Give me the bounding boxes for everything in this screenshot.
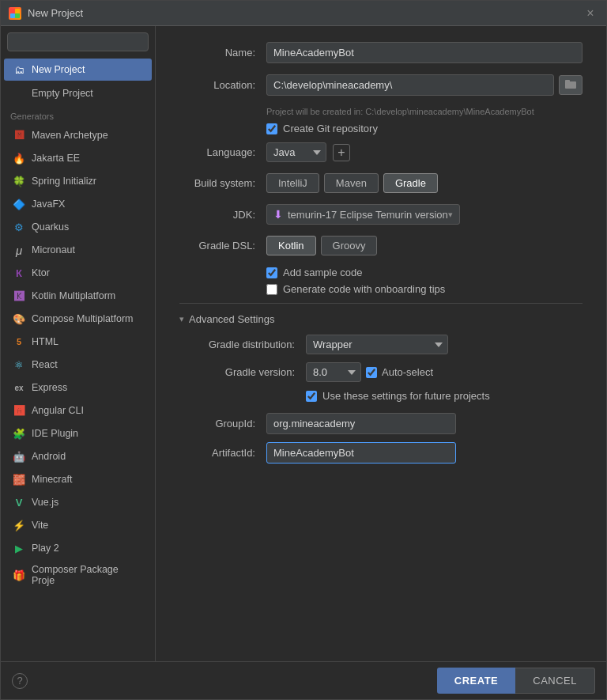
sidebar: 🗂 New Project Empty Project Generators 🅼… (1, 26, 156, 661)
bottom-bar: ? CREATE CANCEL (1, 661, 606, 699)
sidebar-item-express-label: Express (32, 382, 67, 393)
gradle-version-label: Gradle version: (179, 366, 306, 378)
gradle-version-row: Gradle version: 8.0 Auto-select (179, 362, 582, 382)
sidebar-item-ide-plugin[interactable]: 🧩 IDE Plugin (4, 422, 152, 445)
sidebar-item-maven-archetype[interactable]: 🅼 Maven Archetype (4, 124, 152, 146)
build-intellij-button[interactable]: IntelliJ (266, 173, 319, 193)
sidebar-item-javafx-label: JavaFX (32, 199, 65, 210)
sidebar-item-vuejs[interactable]: V Vue.js (4, 491, 152, 513)
location-input[interactable] (266, 74, 554, 96)
quarkus-icon: ⚙ (12, 220, 26, 234)
help-button[interactable]: ? (12, 673, 28, 689)
svg-rect-4 (565, 81, 576, 89)
add-language-button[interactable]: + (333, 144, 350, 161)
use-settings-row: Use these settings for future projects (306, 390, 582, 402)
svg-rect-0 (10, 9, 15, 13)
sidebar-item-compose-multiplatform[interactable]: 🎨 Compose Multiplatform (4, 308, 152, 330)
gradle-version-group: 8.0 Auto-select (306, 362, 433, 382)
gradle-version-select[interactable]: 8.0 (306, 362, 361, 382)
sidebar-item-new-project[interactable]: 🗂 New Project (4, 59, 152, 81)
app-icon (9, 7, 21, 20)
use-settings-checkbox[interactable] (306, 391, 317, 402)
svg-rect-3 (15, 13, 20, 18)
jdk-icon: ⬇ (273, 208, 283, 221)
gradle-dist-select[interactable]: Wrapper Local installation (306, 335, 448, 354)
create-git-repo-checkbox[interactable] (266, 123, 277, 134)
create-button[interactable]: CREATE (437, 668, 515, 694)
artifact-id-label: ArtifactId: (179, 447, 266, 459)
advanced-section: Gradle distribution: Wrapper Local insta… (179, 335, 582, 402)
language-label: Language: (179, 146, 266, 158)
sidebar-item-minecraft-label: Minecraft (32, 474, 72, 485)
build-gradle-button[interactable]: Gradle (383, 173, 438, 193)
plus-icon: + (337, 146, 345, 160)
sidebar-item-micronaut[interactable]: μ Micronaut (4, 239, 152, 261)
add-sample-code-row[interactable]: Add sample code (266, 267, 582, 278)
browse-folder-button[interactable] (559, 75, 582, 95)
group-id-label: GroupId: (179, 418, 266, 429)
sidebar-item-vuejs-label: Vue.js (32, 497, 58, 508)
advanced-settings-toggle[interactable]: ▾ Advanced Settings (179, 313, 582, 325)
minecraft-icon: 🧱 (12, 472, 26, 486)
add-sample-code-checkbox[interactable] (266, 267, 277, 278)
sidebar-item-ktor-label: Ktor (32, 267, 50, 278)
spring-icon: 🍀 (12, 174, 26, 188)
location-field-group (266, 74, 582, 96)
group-id-input[interactable] (266, 413, 456, 434)
path-hint: Project will be created in: C:\develop\m… (266, 107, 582, 116)
gradle-dsl-options-group: Kotlin Groovy (266, 236, 377, 255)
generate-code-row[interactable]: Generate code with onboarding tips (266, 283, 582, 295)
cancel-button[interactable]: CANCEL (515, 668, 595, 694)
close-button[interactable]: × (582, 6, 598, 21)
composer-icon: 🎁 (12, 568, 26, 582)
sidebar-item-micronaut-label: Micronaut (32, 244, 75, 255)
sidebar-item-vite[interactable]: ⚡ Vite (4, 514, 152, 536)
create-git-repo-label: Create Git repository (283, 123, 378, 134)
sidebar-item-new-project-label: New Project (32, 64, 85, 75)
bottom-buttons: CREATE CANCEL (437, 668, 595, 694)
name-input[interactable] (266, 42, 582, 63)
sidebar-item-ktor[interactable]: К Ktor (4, 262, 152, 284)
sidebar-item-quarkus[interactable]: ⚙ Quarkus (4, 216, 152, 238)
sidebar-item-express[interactable]: ex Express (4, 376, 152, 399)
ide-plugin-icon: 🧩 (12, 426, 26, 441)
gradle-dsl-row: Gradle DSL: Kotlin Groovy (179, 236, 582, 255)
sidebar-item-react[interactable]: ⚛ React (4, 354, 152, 376)
sidebar-search-input[interactable] (7, 32, 149, 51)
sidebar-item-play2[interactable]: ▶ Play 2 (4, 537, 152, 559)
sidebar-item-spring-initializr[interactable]: 🍀 Spring Initializr (4, 170, 152, 192)
jdk-row: JDK: ⬇ temurin-17 Eclipse Temurin versio… (179, 204, 582, 225)
sidebar-item-jakarta-ee[interactable]: 🔥 Jakarta EE (4, 147, 152, 169)
sidebar-item-html-label: HTML (32, 336, 58, 347)
language-select[interactable]: Java Kotlin Groovy Scala (266, 142, 326, 162)
play2-icon: ▶ (12, 541, 26, 555)
create-git-repo-row[interactable]: Create Git repository (266, 123, 582, 134)
svg-rect-1 (15, 9, 20, 13)
sidebar-item-empty-project[interactable]: Empty Project (4, 82, 152, 104)
sidebar-item-jakarta-label: Jakarta EE (32, 153, 80, 164)
gradle-dsl-kotlin-button[interactable]: Kotlin (266, 236, 316, 255)
sidebar-item-composer-package[interactable]: 🎁 Composer Package Proje (4, 560, 152, 590)
sidebar-item-javafx[interactable]: 🔷 JavaFX (4, 193, 152, 215)
gradle-dsl-label: Gradle DSL: (179, 240, 266, 252)
sidebar-item-composer-label: Composer Package Proje (32, 564, 144, 586)
jdk-label: JDK: (179, 209, 266, 221)
ktor-icon: К (12, 266, 26, 280)
build-maven-button[interactable]: Maven (324, 173, 379, 193)
sidebar-item-angular-cli[interactable]: 🅰 Angular CLI (4, 399, 152, 422)
auto-select-checkbox[interactable] (366, 367, 377, 378)
jdk-dropdown[interactable]: ⬇ temurin-17 Eclipse Temurin version ▾ (266, 204, 460, 225)
sidebar-item-kotlin-multiplatform[interactable]: 🅺 Kotlin Multiplatform (4, 285, 152, 307)
build-system-label: Build system: (179, 177, 266, 189)
name-row: Name: (179, 42, 582, 63)
title-bar: New Project × (1, 1, 606, 26)
sidebar-item-android[interactable]: 🤖 Android (4, 445, 152, 467)
build-options-group: IntelliJ Maven Gradle (266, 173, 438, 193)
gradle-dsl-groovy-button[interactable]: Groovy (321, 236, 378, 255)
sidebar-item-minecraft[interactable]: 🧱 Minecraft (4, 468, 152, 490)
android-icon: 🤖 (12, 449, 26, 464)
sidebar-item-html[interactable]: 5 HTML (4, 331, 152, 353)
generate-code-checkbox[interactable] (266, 284, 277, 295)
kotlin-mp-icon: 🅺 (12, 289, 26, 303)
artifact-id-input[interactable] (266, 442, 456, 464)
